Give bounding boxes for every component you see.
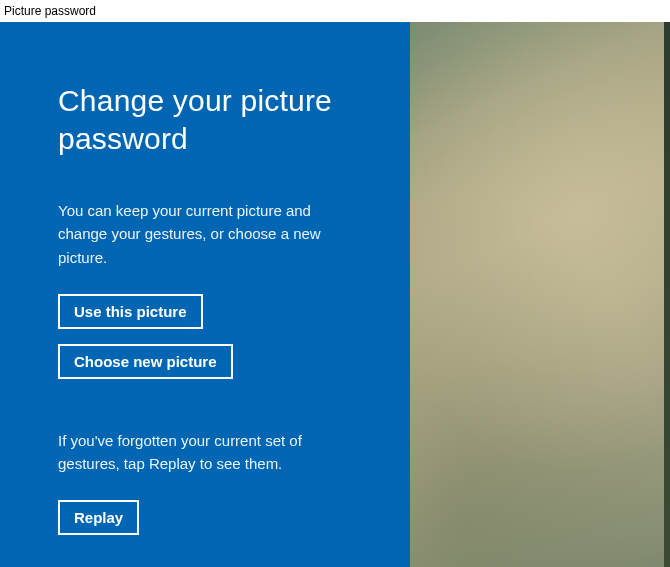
window-title: Picture password (4, 4, 96, 18)
instruction-panel: Change your picture password You can kee… (0, 22, 410, 567)
picture-preview (410, 22, 670, 567)
intro-text: You can keep your current picture and ch… (58, 199, 360, 269)
main-area: Change your picture password You can kee… (0, 22, 670, 567)
page-heading: Change your picture password (58, 82, 360, 157)
use-this-picture-button[interactable]: Use this picture (58, 294, 203, 329)
choose-new-picture-button[interactable]: Choose new picture (58, 344, 233, 379)
forgot-gestures-text: If you've forgotten your current set of … (58, 429, 360, 476)
replay-button[interactable]: Replay (58, 500, 139, 535)
window-titlebar: Picture password (0, 0, 670, 22)
